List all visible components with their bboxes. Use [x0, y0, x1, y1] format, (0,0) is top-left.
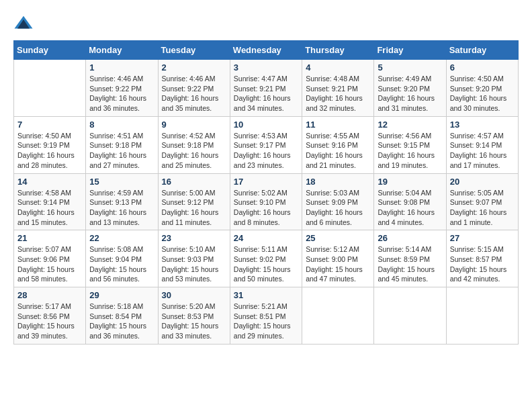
day-info: Sunrise: 5:14 AMSunset: 8:59 PMDaylight:… [378, 244, 442, 284]
calendar-cell: 21Sunrise: 5:07 AMSunset: 9:06 PMDayligh… [14, 230, 86, 287]
day-number: 6 [450, 62, 515, 73]
day-info: Sunrise: 5:07 AMSunset: 9:06 PMDaylight:… [17, 244, 82, 284]
day-number: 30 [162, 290, 226, 300]
calendar-cell: 13Sunrise: 4:57 AMSunset: 9:14 PMDayligh… [446, 116, 518, 173]
calendar-cell: 15Sunrise: 4:59 AMSunset: 9:13 PMDayligh… [86, 173, 158, 230]
day-info: Sunrise: 4:51 AMSunset: 9:18 PMDaylight:… [89, 131, 154, 171]
day-info: Sunrise: 5:05 AMSunset: 9:07 PMDaylight:… [450, 188, 515, 228]
day-number: 9 [162, 120, 226, 130]
day-info: Sunrise: 4:49 AMSunset: 9:20 PMDaylight:… [378, 74, 442, 113]
logo-icon [13, 13, 34, 34]
calendar-cell: 14Sunrise: 4:58 AMSunset: 9:14 PMDayligh… [14, 173, 86, 230]
header-sunday: Sunday [14, 41, 86, 60]
calendar-cell: 31Sunrise: 5:21 AMSunset: 8:51 PMDayligh… [230, 287, 302, 345]
day-number: 28 [17, 290, 82, 300]
day-info: Sunrise: 5:02 AMSunset: 9:10 PMDaylight:… [234, 188, 298, 228]
day-number: 25 [306, 233, 370, 243]
day-number: 15 [89, 177, 154, 187]
day-number: 13 [450, 120, 515, 130]
day-info: Sunrise: 5:10 AMSunset: 9:03 PMDaylight:… [162, 244, 226, 284]
calendar-cell: 10Sunrise: 4:53 AMSunset: 9:17 PMDayligh… [230, 116, 302, 173]
calendar-cell: 23Sunrise: 5:10 AMSunset: 9:03 PMDayligh… [158, 230, 230, 287]
day-info: Sunrise: 5:15 AMSunset: 8:57 PMDaylight:… [450, 244, 515, 284]
header-friday: Friday [374, 41, 446, 60]
day-info: Sunrise: 4:59 AMSunset: 9:13 PMDaylight:… [89, 188, 154, 228]
calendar-cell: 26Sunrise: 5:14 AMSunset: 8:59 PMDayligh… [374, 230, 446, 287]
calendar-cell: 8Sunrise: 4:51 AMSunset: 9:18 PMDaylight… [86, 116, 158, 173]
calendar-header: SundayMondayTuesdayWednesdayThursdayFrid… [14, 41, 519, 60]
calendar-cell: 27Sunrise: 5:15 AMSunset: 8:57 PMDayligh… [446, 230, 518, 287]
day-number: 10 [234, 120, 298, 130]
day-number: 23 [162, 233, 226, 243]
calendar-cell: 6Sunrise: 4:50 AMSunset: 9:20 PMDaylight… [446, 60, 518, 117]
logo [13, 13, 36, 34]
calendar-cell: 24Sunrise: 5:11 AMSunset: 9:02 PMDayligh… [230, 230, 302, 287]
day-info: Sunrise: 4:53 AMSunset: 9:17 PMDaylight:… [234, 131, 298, 171]
day-number: 17 [234, 177, 298, 187]
day-number: 7 [17, 120, 82, 130]
calendar-cell: 3Sunrise: 4:47 AMSunset: 9:21 PMDaylight… [230, 60, 302, 117]
day-info: Sunrise: 5:03 AMSunset: 9:09 PMDaylight:… [306, 188, 370, 228]
day-number: 21 [17, 233, 82, 243]
day-info: Sunrise: 5:04 AMSunset: 9:08 PMDaylight:… [378, 188, 442, 228]
calendar-cell [446, 287, 518, 345]
header-wednesday: Wednesday [230, 41, 302, 60]
header-monday: Monday [86, 41, 158, 60]
calendar-cell: 18Sunrise: 5:03 AMSunset: 9:09 PMDayligh… [302, 173, 374, 230]
calendar-cell: 20Sunrise: 5:05 AMSunset: 9:07 PMDayligh… [446, 173, 518, 230]
day-number: 8 [89, 120, 154, 130]
day-number: 26 [378, 233, 442, 243]
day-info: Sunrise: 4:58 AMSunset: 9:14 PMDaylight:… [17, 188, 82, 228]
day-info: Sunrise: 4:46 AMSunset: 9:22 PMDaylight:… [162, 74, 226, 113]
header-saturday: Saturday [446, 41, 518, 60]
day-info: Sunrise: 4:50 AMSunset: 9:19 PMDaylight:… [17, 131, 82, 171]
day-number: 20 [450, 177, 515, 187]
day-number: 4 [306, 62, 370, 73]
day-number: 5 [378, 62, 442, 73]
day-number: 31 [234, 290, 298, 300]
day-info: Sunrise: 4:48 AMSunset: 9:21 PMDaylight:… [306, 74, 370, 113]
day-number: 16 [162, 177, 226, 187]
day-number: 18 [306, 177, 370, 187]
day-info: Sunrise: 5:18 AMSunset: 8:54 PMDaylight:… [89, 302, 154, 341]
calendar-cell: 22Sunrise: 5:08 AMSunset: 9:04 PMDayligh… [86, 230, 158, 287]
day-info: Sunrise: 5:21 AMSunset: 8:51 PMDaylight:… [234, 302, 298, 341]
day-number: 29 [89, 290, 154, 300]
day-info: Sunrise: 5:17 AMSunset: 8:56 PMDaylight:… [17, 302, 82, 341]
calendar-cell: 9Sunrise: 4:52 AMSunset: 9:18 PMDaylight… [158, 116, 230, 173]
calendar-cell: 28Sunrise: 5:17 AMSunset: 8:56 PMDayligh… [14, 287, 86, 345]
day-info: Sunrise: 4:57 AMSunset: 9:14 PMDaylight:… [450, 131, 515, 171]
calendar-cell: 12Sunrise: 4:56 AMSunset: 9:15 PMDayligh… [374, 116, 446, 173]
calendar-cell: 29Sunrise: 5:18 AMSunset: 8:54 PMDayligh… [86, 287, 158, 345]
calendar-cell: 19Sunrise: 5:04 AMSunset: 9:08 PMDayligh… [374, 173, 446, 230]
day-info: Sunrise: 5:08 AMSunset: 9:04 PMDaylight:… [89, 244, 154, 284]
calendar-cell [14, 60, 86, 117]
day-number: 11 [306, 120, 370, 130]
calendar-cell: 16Sunrise: 5:00 AMSunset: 9:12 PMDayligh… [158, 173, 230, 230]
day-info: Sunrise: 4:52 AMSunset: 9:18 PMDaylight:… [162, 131, 226, 171]
day-number: 27 [450, 233, 515, 243]
calendar-cell [302, 287, 374, 345]
day-info: Sunrise: 5:00 AMSunset: 9:12 PMDaylight:… [162, 188, 226, 228]
day-number: 12 [378, 120, 442, 130]
header-tuesday: Tuesday [158, 41, 230, 60]
day-info: Sunrise: 4:50 AMSunset: 9:20 PMDaylight:… [450, 74, 515, 113]
calendar-cell: 1Sunrise: 4:46 AMSunset: 9:22 PMDaylight… [86, 60, 158, 117]
day-info: Sunrise: 4:46 AMSunset: 9:22 PMDaylight:… [89, 74, 154, 113]
day-number: 2 [162, 62, 226, 73]
calendar-cell [374, 287, 446, 345]
day-number: 3 [234, 62, 298, 73]
header-thursday: Thursday [302, 41, 374, 60]
calendar-cell: 30Sunrise: 5:20 AMSunset: 8:53 PMDayligh… [158, 287, 230, 345]
calendar-cell: 5Sunrise: 4:49 AMSunset: 9:20 PMDaylight… [374, 60, 446, 117]
day-info: Sunrise: 5:20 AMSunset: 8:53 PMDaylight:… [162, 302, 226, 341]
day-info: Sunrise: 4:56 AMSunset: 9:15 PMDaylight:… [378, 131, 442, 171]
calendar-cell: 25Sunrise: 5:12 AMSunset: 9:00 PMDayligh… [302, 230, 374, 287]
calendar-body: 1Sunrise: 4:46 AMSunset: 9:22 PMDaylight… [14, 60, 519, 345]
calendar-cell: 11Sunrise: 4:55 AMSunset: 9:16 PMDayligh… [302, 116, 374, 173]
day-number: 24 [234, 233, 298, 243]
day-number: 19 [378, 177, 442, 187]
calendar-cell: 2Sunrise: 4:46 AMSunset: 9:22 PMDaylight… [158, 60, 230, 117]
page-header [13, 13, 519, 34]
day-info: Sunrise: 4:47 AMSunset: 9:21 PMDaylight:… [234, 74, 298, 113]
